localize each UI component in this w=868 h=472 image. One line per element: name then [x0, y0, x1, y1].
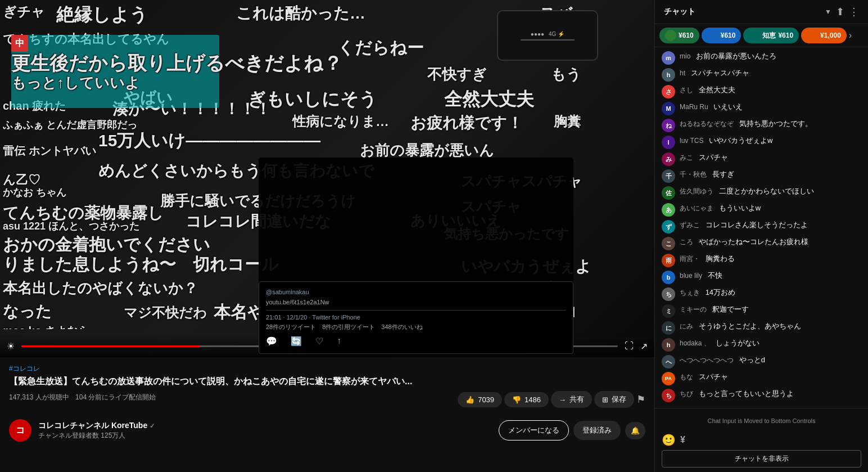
- yen-button[interactable]: ¥: [680, 435, 685, 445]
- sc-avatar-3: [749, 30, 760, 41]
- msg-content-19: へつへつへつへつ やっとd: [680, 355, 765, 365]
- like-count: 7039: [478, 395, 494, 404]
- chat-moved-notice: Chat Input is Moved to Bottom Controls: [662, 413, 861, 429]
- superchat-2[interactable]: ¥610: [702, 28, 742, 43]
- msg-text-21: もっと言ってもいいと思うよ: [699, 389, 794, 398]
- save-button[interactable]: ⊞ 保存: [594, 391, 634, 408]
- like-button[interactable]: 👍 7039: [458, 392, 502, 407]
- msg-text-9: 二度とかかわらないでほしい: [719, 187, 814, 195]
- msg-avatar-11: ず: [662, 220, 675, 233]
- msg-content-2: ht スパチャスパチャ: [680, 68, 749, 78]
- channel-details: コレコレチャンネル KoreTube ✓ チャンネル登録者数 125万人: [38, 421, 499, 440]
- msg-avatar-3: さ: [662, 85, 675, 98]
- subscribe-button[interactable]: 登録済み: [573, 421, 621, 440]
- save-label: 保存: [612, 394, 626, 404]
- msg-content-15: ちぇき 14万おめ: [680, 287, 735, 298]
- chat-message-4: M MaRu Ru いえいえ: [655, 100, 868, 117]
- sc-avatar-1: [665, 30, 676, 41]
- superchat-arrow[interactable]: ›: [849, 30, 852, 41]
- dislike-button[interactable]: 👎 1486: [504, 392, 549, 407]
- msg-content-17: にみ そうゆうとこだよ、あやちゃん: [680, 321, 801, 331]
- chat-more-button[interactable]: ⋮: [849, 6, 859, 18]
- chat-message-11: ず ずみこ コレコレさん楽しそうだったよ: [655, 218, 868, 235]
- msg-avatar-5: ね: [662, 119, 675, 132]
- notification-bell-button[interactable]: 🔔: [625, 422, 645, 439]
- msg-name-19: へつへつへつへつ: [680, 356, 734, 364]
- superchat-bar: ¥610 ¥610 知恵 ¥610 ¥1,000 ›: [655, 24, 868, 47]
- show-chat-button[interactable]: チャットを非表示: [662, 450, 861, 467]
- sc-amount-4: ¥1,000: [820, 32, 841, 39]
- video-player[interactable]: 中 ●●●● 4G ⚡ @sabuminakau youtu.be/6t1s1e…: [0, 0, 654, 357]
- share-video-icon[interactable]: ↗: [640, 341, 648, 352]
- sc-amount-1: ¥610: [679, 32, 694, 39]
- thumb-up-icon: 👍: [465, 395, 474, 404]
- chat-message-15: ち ちぇき 14万おめ: [655, 286, 868, 303]
- chat-message-21: ち ちび もっと言ってもいいと思うよ: [655, 387, 868, 404]
- superchat-4[interactable]: ¥1,000: [801, 28, 847, 43]
- member-button[interactable]: メンバーになる: [499, 420, 569, 440]
- msg-content-13: 雨宮・ 胸糞わる: [680, 254, 735, 264]
- superchat-3[interactable]: 知恵 ¥610: [743, 28, 799, 43]
- msg-text-2: スパチャスパチャ: [691, 69, 749, 77]
- chat-message-10: あ あいにゃま もういいよw: [655, 201, 868, 218]
- chat-message-16: ミ ミキーの 釈迦でーす: [655, 303, 868, 320]
- chat-title-arrow: ▼: [825, 8, 831, 16]
- msg-avatar-1: m: [662, 51, 675, 65]
- msg-name-10: あいにゃま: [680, 204, 713, 212]
- msg-content-21: ちび もっと言ってもいいと思うよ: [680, 389, 794, 399]
- screen-icon[interactable]: ⛶: [625, 341, 634, 351]
- main-area: 中 ●●●● 4G ⚡ @sabuminakau youtu.be/6t1s1e…: [0, 0, 654, 472]
- msg-text-19: やっとd: [739, 356, 765, 364]
- chat-message-12: こ ころ やばかったね〜コレたんお疲れ様: [655, 235, 868, 252]
- msg-name-2: ht: [680, 69, 685, 77]
- msg-avatar-8: 千: [662, 169, 675, 183]
- msg-name-9: 佐久間ゆう: [680, 187, 713, 195]
- msg-text-8: 長すぎ: [712, 170, 734, 178]
- msg-avatar-14: b: [662, 271, 675, 284]
- chat-message-14: b blue lily 不快: [655, 269, 868, 286]
- msg-text-18: しょうがない: [716, 339, 760, 347]
- chat-message-5: ね ねるねるなぞなぞ 気持ち悪かつたです。: [655, 117, 868, 134]
- msg-name-18: hodaka 、: [680, 339, 711, 347]
- chat-upload-button[interactable]: ⬆: [836, 6, 844, 18]
- msg-content-18: hodaka 、 しょうがない: [680, 338, 760, 348]
- msg-avatar-2: h: [662, 68, 675, 82]
- sc-label-3: 知恵: [762, 31, 776, 41]
- msg-name-5: ねるねるなぞなぞ: [680, 120, 734, 128]
- msg-content-11: ずみこ コレコレさん楽しそうだったよ: [680, 220, 808, 230]
- thumb-down-icon: 👎: [512, 395, 521, 404]
- msg-avatar-13: 雨: [662, 254, 675, 267]
- msg-content-8: 千・秋色 長すぎ: [680, 169, 734, 179]
- chat-message-3: さ さし 全然大丈夫: [655, 83, 868, 100]
- msg-name-7: みこ: [680, 154, 693, 161]
- flag-button[interactable]: ⚑: [636, 393, 645, 406]
- msg-name-21: ちび: [680, 390, 693, 398]
- msg-name-12: ころ: [680, 238, 693, 246]
- msg-avatar-20: PA: [662, 372, 675, 385]
- msg-name-13: 雨宮・: [680, 255, 700, 263]
- sc-avatar-2: [707, 30, 718, 41]
- share-button[interactable]: → 共有: [551, 391, 592, 408]
- msg-content-3: さし 全然大丈夫: [680, 85, 735, 95]
- msg-text-14: 不快: [708, 271, 722, 280]
- emoji-button[interactable]: 🙂: [662, 433, 676, 447]
- msg-name-16: ミキーの: [680, 305, 707, 313]
- msg-text-1: お前の暴露が悪いんたろ: [696, 52, 776, 60]
- msg-avatar-6: l: [662, 136, 675, 149]
- msg-name-8: 千・秋色: [680, 170, 707, 178]
- share-label: 共有: [569, 394, 584, 404]
- chat-bottom: Chat Input is Moved to Bottom Controls 🙂…: [655, 408, 868, 472]
- superchat-1[interactable]: ¥610: [659, 28, 699, 43]
- chat-input-row: 🙂 ¥: [662, 429, 861, 447]
- chat-message-2: h ht スパチャスパチャ: [655, 66, 868, 83]
- msg-name-4: MaRu Ru: [680, 103, 708, 111]
- video-title: 【緊急生放送】てんちむの放送事故の件について説明、かねこあやの自宅に遂に警察が来…: [9, 376, 645, 388]
- msg-avatar-21: ち: [662, 389, 675, 402]
- msg-name-1: mio: [680, 52, 690, 60]
- chat-message-19: へ へつへつへつへつ やっとd: [655, 353, 868, 370]
- msg-content-20: もな スパチャ: [680, 372, 728, 382]
- msg-text-20: スパチャ: [699, 372, 728, 381]
- sc-amount-3: ¥610: [778, 32, 793, 39]
- msg-avatar-15: ち: [662, 287, 675, 301]
- msg-text-5: 気持ち悪かつたです。: [739, 119, 812, 128]
